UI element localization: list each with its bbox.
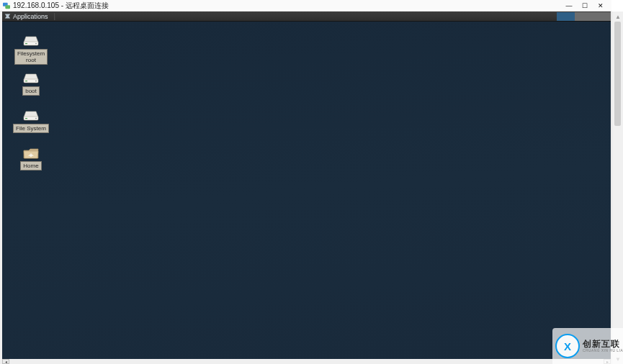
outer-vertical-scrollbar[interactable]: ▲ ▼ <box>611 12 623 364</box>
desktop-icon-label: Home <box>20 161 41 170</box>
scroll-thumb[interactable] <box>614 22 621 126</box>
window-close-button[interactable]: ✕ <box>593 1 609 11</box>
watermark-overlay: X 创新互联 CHUANG XIN HU LIAN <box>552 328 623 364</box>
desktop-icon-label: Filesystemroot <box>14 49 48 65</box>
desktop-icon-boot[interactable]: boot <box>10 72 52 96</box>
svg-point-4 <box>35 43 37 45</box>
svg-rect-1 <box>5 5 10 9</box>
window-titlebar[interactable]: 192.168.0.105 - 远程桌面连接 — ☐ ✕ <box>0 0 611 12</box>
watermark-text: 创新互联 CHUANG XIN HU LIAN <box>583 340 623 352</box>
drive-icon <box>22 35 40 47</box>
drive-icon <box>22 72 40 85</box>
svg-rect-6 <box>25 81 27 81</box>
window-minimize-button[interactable]: — <box>561 1 577 11</box>
watermark-en: CHUANG XIN HU LIAN <box>583 349 623 352</box>
remote-desktop-surface[interactable]: FilesystemrootbootFile SystemHome <box>2 22 611 360</box>
panel-tray-active[interactable] <box>557 12 575 21</box>
svg-point-10 <box>35 118 37 119</box>
remote-desktop-window: Applications FilesystemrootbootFile Syst… <box>2 12 611 360</box>
rdp-app-icon <box>3 2 10 9</box>
scroll-track[interactable] <box>612 22 623 354</box>
rdp-canvas: Applications FilesystemrootbootFile Syst… <box>0 12 611 364</box>
svg-rect-3 <box>25 43 27 44</box>
panel-separator <box>54 13 55 20</box>
svg-point-7 <box>35 81 37 82</box>
svg-rect-11 <box>30 155 32 157</box>
window-title: 192.168.0.105 - 远程桌面连接 <box>13 1 109 11</box>
applications-menu-icon <box>4 13 11 19</box>
desktop-icon-fs-root[interactable]: Filesystemroot <box>10 35 52 65</box>
scroll-up-button[interactable]: ▲ <box>612 12 623 22</box>
svg-rect-9 <box>25 118 27 119</box>
folder-icon <box>22 147 40 160</box>
applications-menu[interactable]: Applications <box>13 12 52 22</box>
window-maximize-button[interactable]: ☐ <box>577 1 593 11</box>
panel-right-tray <box>557 12 611 21</box>
hscroll-track[interactable] <box>9 359 604 364</box>
outer-horizontal-scrollbar[interactable]: ◂ ▸ <box>2 359 611 364</box>
hscroll-left-button[interactable]: ◂ <box>2 359 9 364</box>
desktop-icon-filesystem[interactable]: File System <box>10 109 52 133</box>
desktop-icon-home[interactable]: Home <box>10 147 52 170</box>
panel-tray-inactive[interactable] <box>575 12 611 21</box>
window-controls: — ☐ ✕ <box>561 1 609 11</box>
panel-left: Applications <box>3 12 58 22</box>
drive-icon <box>22 109 40 122</box>
desktop-icon-label: boot <box>22 86 40 96</box>
desktop-icon-label: File System <box>13 124 49 133</box>
watermark-logo-icon: X <box>555 334 580 358</box>
remote-top-panel: Applications <box>2 12 611 22</box>
